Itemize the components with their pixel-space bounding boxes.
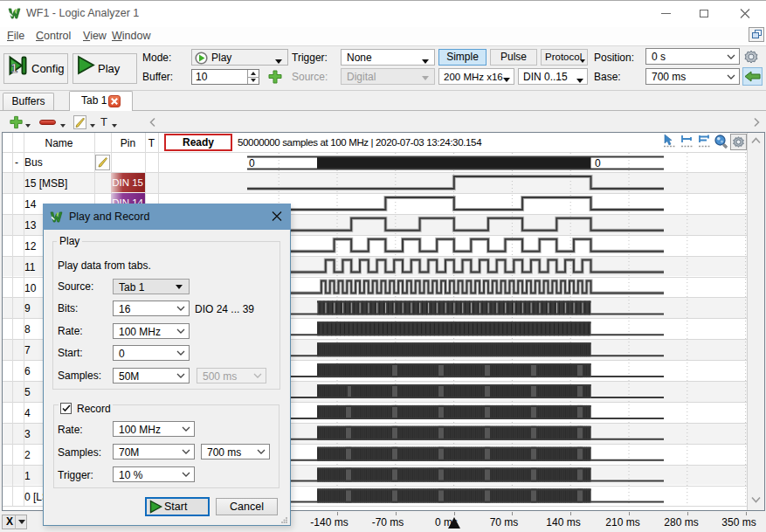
svg-text:0: 0	[249, 157, 255, 169]
svg-text:0: 0	[595, 157, 601, 169]
